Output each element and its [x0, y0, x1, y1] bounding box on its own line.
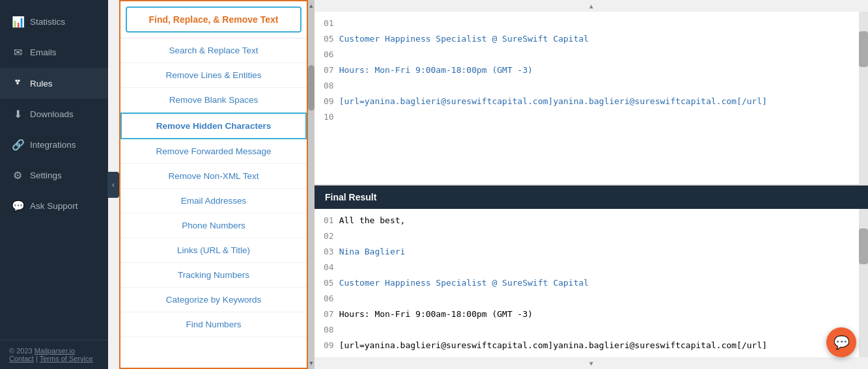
- final-result-content: 01All the best, 02 03Nina Baglieri 04 05…: [315, 209, 859, 358]
- rule-list: Search & Replace Text Remove Lines & Ent…: [120, 38, 307, 368]
- top-panel-scrollbar[interactable]: [859, 12, 868, 184]
- collapse-icon: ‹: [112, 180, 115, 189]
- final-line-07: 07Hours: Mon-Fri 9:00am-18:00pm (GMT -3): [324, 307, 850, 322]
- integrations-icon: 🔗: [12, 139, 23, 151]
- sidebar-label-ask-support: Ask Support: [30, 201, 78, 211]
- rule-remove-nonxml[interactable]: Remove Non-XML Text: [120, 164, 307, 189]
- final-line-06: 06: [324, 291, 850, 307]
- sidebar-item-emails[interactable]: ✉ Emails: [0, 37, 108, 68]
- rule-search-replace[interactable]: Search & Replace Text: [120, 38, 307, 63]
- rule-categorize[interactable]: Categorize by Keywords: [120, 288, 307, 312]
- main-area: ▲ 01 05Customer Happiness Specialist @ S…: [315, 0, 868, 369]
- top-line-10: 10: [324, 109, 850, 125]
- final-result-header: Final Result: [315, 185, 868, 209]
- bottom-panel: Final Result 01All the best, 02 03Nina B…: [315, 185, 868, 358]
- sidebar-item-rules[interactable]: Rules: [0, 68, 108, 99]
- rule-email-addresses[interactable]: Email Addresses: [120, 189, 307, 213]
- sidebar-nav: 📊 Statistics ✉ Emails: [0, 0, 108, 340]
- rules-panel: Find, Replace, & Remove Text Search & Re…: [119, 0, 308, 369]
- chat-support-bubble[interactable]: 💬: [826, 327, 856, 357]
- copyright-text: © 2023: [9, 347, 35, 355]
- contact-link[interactable]: Contact: [9, 355, 34, 362]
- chat-bubble-icon: 💬: [833, 335, 850, 350]
- final-line-08: 08: [324, 322, 850, 338]
- top-line-08: 08: [324, 78, 850, 94]
- scroll-down-arrow[interactable]: ▼: [308, 360, 315, 366]
- rules-icon: [12, 77, 23, 90]
- top-scroll-arrow[interactable]: ▲: [315, 0, 868, 12]
- rule-find-numbers[interactable]: Find Numbers: [120, 312, 307, 337]
- rules-scrollbar[interactable]: ▲ ▼: [308, 0, 315, 369]
- top-line-07: 07Hours: Mon-Fri 9:00am-18:00pm (GMT -3): [324, 62, 850, 78]
- sidebar: 📊 Statistics ✉ Emails: [0, 0, 108, 369]
- final-line-09: 09[url=yanina.baglieri@sureswiftcapital.…: [324, 338, 850, 353]
- final-line-02: 02: [324, 228, 850, 244]
- top-line-06: 06: [324, 47, 850, 62]
- final-line-10: 10: [324, 353, 850, 357]
- final-panel-scrollbar[interactable]: [859, 209, 868, 358]
- emails-icon: ✉: [12, 46, 23, 59]
- final-line-05: 05Customer Happiness Specialist @ SureSw…: [324, 275, 850, 291]
- settings-icon: ⚙: [12, 169, 23, 182]
- rule-phone-numbers[interactable]: Phone Numbers: [120, 213, 307, 238]
- statistics-icon: 📊: [12, 16, 23, 28]
- sidebar-label-emails: Emails: [30, 48, 57, 57]
- sidebar-item-downloads[interactable]: ⬇ Downloads: [0, 99, 108, 130]
- rule-links[interactable]: Links (URL & Title): [120, 238, 307, 263]
- final-line-04: 04: [324, 260, 850, 275]
- final-result-panel: 01All the best, 02 03Nina Baglieri 04 05…: [315, 209, 868, 358]
- sidebar-label-rules: Rules: [30, 79, 53, 89]
- sidebar-label-integrations: Integrations: [30, 140, 76, 150]
- top-line-09: 09[url=yanina.baglieri@sureswiftcapital.…: [324, 94, 850, 109]
- sidebar-item-statistics[interactable]: 📊 Statistics: [0, 7, 108, 37]
- brand-link[interactable]: Mailparser.io: [35, 347, 75, 355]
- rule-remove-lines[interactable]: Remove Lines & Entities: [120, 63, 307, 88]
- top-panel-scrollbar-thumb[interactable]: [859, 31, 868, 67]
- sidebar-collapse-button[interactable]: ‹: [107, 172, 119, 198]
- sidebar-label-statistics: Statistics: [30, 17, 65, 27]
- sidebar-label-downloads: Downloads: [30, 109, 74, 119]
- footer-separator: |: [34, 355, 40, 362]
- sidebar-item-integrations[interactable]: 🔗 Integrations: [0, 130, 108, 160]
- top-line-05: 05Customer Happiness Specialist @ SureSw…: [324, 31, 850, 47]
- rule-remove-blank[interactable]: Remove Blank Spaces: [120, 88, 307, 113]
- sidebar-label-settings: Settings: [30, 171, 62, 180]
- sidebar-footer: © 2023 Mailparser.io Contact | Terms of …: [0, 340, 108, 369]
- active-rule-button[interactable]: Find, Replace, & Remove Text: [126, 7, 301, 33]
- rule-remove-forwarded[interactable]: Remove Forwarded Message: [120, 139, 307, 164]
- sidebar-item-settings[interactable]: ⚙ Settings: [0, 160, 108, 191]
- terms-link[interactable]: Terms of Service: [40, 355, 93, 362]
- top-text-panel: 01 05Customer Happiness Specialist @ Sur…: [315, 12, 868, 185]
- final-line-01: 01All the best,: [324, 213, 850, 228]
- final-line-03: 03Nina Baglieri: [324, 244, 850, 260]
- top-text-content: 01 05Customer Happiness Specialist @ Sur…: [315, 12, 859, 184]
- scroll-up-arrow[interactable]: ▲: [308, 3, 315, 9]
- final-panel-scrollbar-thumb[interactable]: [859, 228, 868, 264]
- bottom-scroll-arrow[interactable]: ▼: [315, 357, 868, 369]
- rules-header: Find, Replace, & Remove Text: [120, 1, 307, 38]
- downloads-icon: ⬇: [12, 108, 23, 120]
- sidebar-item-ask-support[interactable]: 💬 Ask Support: [0, 191, 108, 221]
- rules-scrollbar-thumb[interactable]: [308, 65, 315, 111]
- rule-remove-hidden[interactable]: Remove Hidden Characters: [120, 113, 307, 139]
- ask-support-icon: 💬: [12, 200, 23, 212]
- top-line-01: 01: [324, 16, 850, 31]
- rule-tracking-numbers[interactable]: Tracking Numbers: [120, 263, 307, 288]
